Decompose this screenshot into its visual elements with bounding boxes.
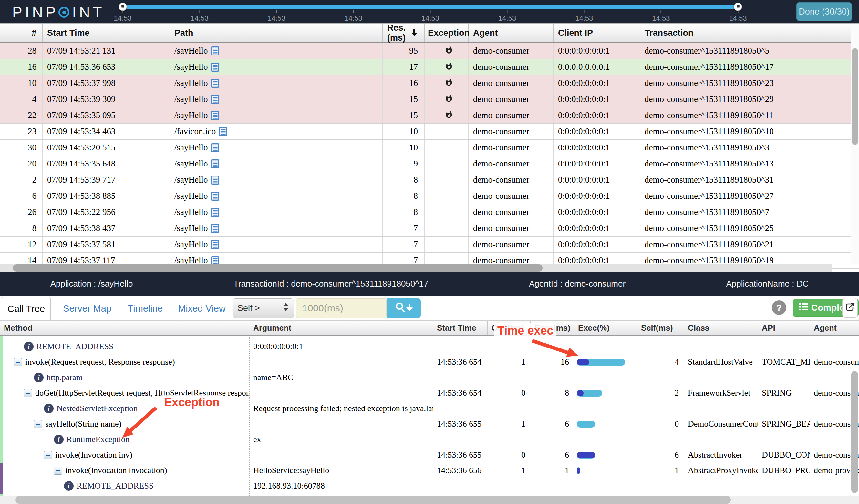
table-row[interactable]: 3007/09 14:53:20 515/sayHello10demo-cons… bbox=[0, 140, 859, 156]
table-row[interactable]: 807/09 14:53:38 437/sayHello7demo-consum… bbox=[0, 220, 859, 237]
calltree-row[interactable]: iNestedServletExceptionRequest processin… bbox=[0, 401, 859, 416]
calltree-row[interactable]: doGet(HttpServletRequest request, HttpSe… bbox=[0, 385, 859, 401]
path-detail-icon[interactable] bbox=[211, 224, 219, 233]
cell-exec-ms: 6 bbox=[531, 416, 574, 432]
calltree-row[interactable]: iRuntimeExceptionex bbox=[0, 432, 859, 447]
calltree-row[interactable]: ihttp.status.code200 bbox=[0, 335, 859, 339]
ct-column-exec[interactable]: Exec(ms) bbox=[531, 321, 574, 335]
path-detail-icon[interactable] bbox=[211, 175, 219, 185]
scrollbar-thumb[interactable] bbox=[852, 48, 858, 145]
table-row[interactable]: 407/09 14:53:39 309/sayHello15demo-consu… bbox=[0, 91, 859, 108]
calltree-horizontal-scrollbar[interactable] bbox=[0, 495, 859, 504]
ct-column-api[interactable]: API bbox=[758, 321, 810, 335]
column-header-transaction[interactable]: Transaction bbox=[640, 23, 859, 42]
method-label: http.param bbox=[46, 373, 83, 382]
transaction-vertical-scrollbar[interactable] bbox=[850, 24, 859, 264]
column-header-exception[interactable]: Exception bbox=[425, 23, 469, 42]
ct-column-self[interactable]: Self(ms) bbox=[637, 321, 684, 335]
collapse-icon[interactable] bbox=[54, 467, 62, 475]
cell-client-ip: 0:0:0:0:0:0:0:1 bbox=[554, 156, 640, 172]
filter-search-button[interactable] bbox=[387, 298, 421, 318]
path-detail-icon[interactable] bbox=[211, 79, 219, 88]
cell-gap-ms: 0 bbox=[488, 385, 531, 401]
list-grid-icon bbox=[799, 303, 808, 313]
path-label: /sayHello bbox=[175, 223, 208, 233]
collapse-icon[interactable] bbox=[34, 420, 42, 428]
cell-start-time bbox=[433, 335, 488, 339]
column-header-client-ip[interactable]: Client IP bbox=[554, 23, 640, 42]
done-button[interactable]: Done (30/30) bbox=[796, 2, 852, 21]
help-icon[interactable]: ? bbox=[772, 300, 786, 315]
cell-gap-ms bbox=[488, 339, 531, 354]
table-row[interactable]: 207/09 14:53:39 717/sayHello8demo-consum… bbox=[0, 172, 859, 188]
path-detail-icon[interactable] bbox=[211, 63, 219, 72]
filter-type-select[interactable]: Self >= bbox=[232, 298, 294, 318]
path-detail-icon[interactable] bbox=[211, 143, 219, 152]
calltree-row[interactable]: invoke(Request request, Response respons… bbox=[0, 354, 859, 370]
tab-server-map[interactable]: Server Map bbox=[60, 297, 115, 320]
table-row[interactable]: 2307/09 14:53:34 463/favicon.ico10demo-c… bbox=[0, 124, 859, 140]
path-detail-icon[interactable] bbox=[219, 127, 227, 136]
path-label: /sayHello bbox=[175, 62, 208, 72]
table-row[interactable]: 2807/09 14:53:21 131/sayHello95demo-cons… bbox=[0, 43, 859, 59]
cell-method: doGet(HttpServletRequest request, HttpSe… bbox=[0, 385, 249, 401]
path-detail-icon[interactable] bbox=[211, 159, 219, 169]
calltree-row[interactable]: iREMOTE_ADDRESS192.168.93.10:60788 bbox=[0, 478, 859, 494]
calltree-row[interactable]: ihttp.paramname=ABC bbox=[0, 370, 859, 385]
column-header-res-ms[interactable]: Res. (ms) bbox=[383, 23, 425, 42]
table-row[interactable]: 1007/09 14:53:37 998/sayHello16demo-cons… bbox=[0, 75, 859, 91]
calltree-row[interactable]: invoke(Invocation inv)14:53:36 655066Abs… bbox=[0, 447, 859, 463]
info-icon: i bbox=[54, 435, 64, 444]
table-row[interactable]: 1607/09 14:53:36 653/sayHello17demo-cons… bbox=[0, 59, 859, 75]
cell-path: /sayHello bbox=[170, 188, 383, 204]
ct-column-start-time[interactable]: Start Time bbox=[433, 321, 488, 335]
path-detail-icon[interactable] bbox=[211, 95, 219, 104]
calltree-row[interactable]: iREMOTE_ADDRESS0:0:0:0:0:0:0:1 bbox=[0, 339, 859, 354]
path-detail-icon[interactable] bbox=[211, 46, 219, 56]
column-header-start-time[interactable]: Start Time bbox=[43, 23, 170, 42]
tab-mixed-view[interactable]: Mixed View bbox=[176, 297, 228, 320]
cell-client-ip: 0:0:0:0:0:0:0:1 bbox=[554, 124, 640, 139]
calltree-vertical-scrollbar[interactable] bbox=[851, 371, 858, 493]
column-header-agent[interactable]: Agent bbox=[469, 23, 554, 42]
ct-column-argument[interactable]: Argument bbox=[249, 321, 433, 335]
path-detail-icon[interactable] bbox=[211, 192, 219, 201]
cell-self-ms: 0 bbox=[637, 416, 684, 432]
calltree-row[interactable]: invoke(Invocation invocation)HelloServic… bbox=[0, 463, 859, 478]
table-row[interactable]: 2207/09 14:53:35 095/sayHello15demo-cons… bbox=[0, 108, 859, 124]
cell-path: /sayHello bbox=[170, 172, 383, 188]
info-icon: i bbox=[44, 404, 54, 413]
filter-ms-input[interactable] bbox=[296, 298, 387, 318]
ct-column-class[interactable]: Class bbox=[684, 321, 758, 335]
table-row[interactable]: 1207/09 14:53:37 581/sayHello7demo-consu… bbox=[0, 237, 859, 253]
cell-agent: demo-consumer bbox=[810, 354, 859, 370]
column-header-path[interactable]: Path bbox=[170, 23, 383, 42]
table-row[interactable]: 607/09 14:53:38 885/sayHello8demo-consum… bbox=[0, 188, 859, 204]
table-row[interactable]: 2607/09 14:53:22 956/sayHello8demo-consu… bbox=[0, 204, 859, 220]
cell-start-time: 07/09 14:53:39 717 bbox=[43, 172, 170, 188]
path-detail-icon[interactable] bbox=[211, 240, 219, 249]
ct-column-exec-pct[interactable]: Exec(%) bbox=[574, 321, 637, 335]
cell-exec-pct bbox=[574, 432, 637, 447]
path-detail-icon[interactable] bbox=[211, 208, 219, 217]
cell-path: /sayHello bbox=[170, 220, 383, 236]
collapse-icon[interactable] bbox=[24, 389, 32, 397]
collapse-icon[interactable] bbox=[44, 451, 52, 459]
ct-column-gap[interactable]: Gap(ms) bbox=[488, 321, 531, 335]
scrollbar-thumb[interactable] bbox=[13, 264, 543, 272]
scrollbar-thumb[interactable] bbox=[15, 496, 731, 504]
ct-column-agent[interactable]: Agent bbox=[810, 321, 859, 335]
table-row[interactable]: 2007/09 14:53:35 648/sayHello9demo-consu… bbox=[0, 156, 859, 172]
ct-column-method[interactable]: Method bbox=[0, 321, 249, 335]
cell-exec-pct bbox=[574, 335, 637, 339]
open-in-new-button[interactable] bbox=[842, 298, 858, 317]
path-detail-icon[interactable] bbox=[211, 256, 219, 265]
tab-call-tree[interactable]: Call Tree bbox=[2, 297, 51, 320]
tab-timeline[interactable]: Timeline bbox=[124, 297, 166, 320]
column-header-num[interactable]: # bbox=[0, 23, 43, 42]
timeline-slider[interactable] bbox=[123, 5, 738, 9]
path-detail-icon[interactable] bbox=[211, 111, 219, 120]
calltree-row[interactable]: sayHello(String name)14:53:36 655160Demo… bbox=[0, 416, 859, 432]
collapse-icon[interactable] bbox=[14, 358, 22, 366]
transaction-horizontal-scrollbar[interactable] bbox=[0, 264, 831, 272]
